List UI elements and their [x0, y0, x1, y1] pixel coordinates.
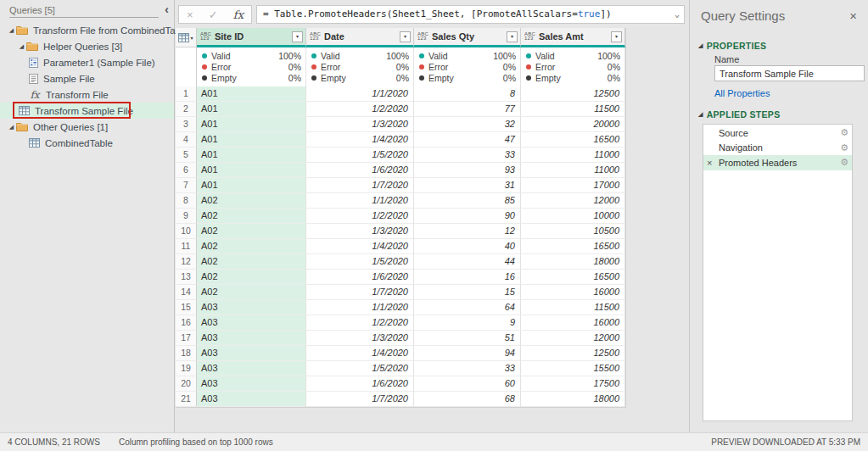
cell-sales-qty[interactable]: 9 [414, 315, 521, 331]
cell-site-id[interactable]: A03 [197, 376, 306, 392]
row-number[interactable]: 6 [176, 163, 197, 178]
row-number[interactable]: 15 [176, 300, 197, 315]
row-number[interactable]: 3 [176, 117, 197, 132]
cell-site-id[interactable]: A03 [197, 392, 306, 407]
cell-sales-qty[interactable]: 33 [414, 148, 521, 163]
cell-sales-amt[interactable]: 17500 [521, 376, 625, 392]
cell-date[interactable]: 1/6/2020 [306, 163, 414, 178]
cell-sales-amt[interactable]: 16500 [521, 270, 625, 285]
column-header-sales-qty[interactable]: ABC123 Sales Qty ▾ [414, 28, 521, 47]
row-number[interactable]: 1 [176, 86, 197, 102]
cell-sales-amt[interactable]: 15500 [521, 361, 625, 376]
profiling-info[interactable]: Column profiling based on top 1000 rows [119, 437, 273, 447]
cell-sales-qty[interactable]: 51 [414, 331, 521, 346]
tree-item-transform-file[interactable]: fx Transform File [0, 86, 174, 103]
cell-site-id[interactable]: A02 [197, 239, 306, 254]
column-header-site-id[interactable]: ABC123 Site ID ▾ [197, 28, 306, 47]
data-type-any-icon[interactable]: ABC123 [310, 32, 321, 42]
cell-date[interactable]: 1/3/2020 [306, 224, 414, 239]
cell-sales-qty[interactable]: 40 [414, 239, 521, 254]
cell-site-id[interactable]: A03 [197, 315, 306, 331]
cell-site-id[interactable]: A01 [197, 178, 306, 193]
row-number[interactable]: 5 [176, 148, 197, 163]
all-properties-link[interactable]: All Properties [714, 88, 770, 98]
row-number[interactable]: 18 [176, 346, 197, 361]
cell-sales-qty[interactable]: 47 [414, 132, 521, 148]
cell-sales-qty[interactable]: 15 [414, 285, 521, 300]
cell-date[interactable]: 1/3/2020 [306, 117, 414, 132]
row-number[interactable]: 12 [176, 254, 197, 270]
tree-item-helper-queries[interactable]: ◢ Helper Queries [3] [0, 38, 174, 54]
cell-site-id[interactable]: A02 [197, 209, 306, 224]
cell-site-id[interactable]: A02 [197, 254, 306, 270]
tree-item-sample-file[interactable]: Sample File [0, 70, 174, 86]
cell-site-id[interactable]: A01 [197, 86, 306, 102]
row-number[interactable]: 4 [176, 132, 197, 148]
gear-icon[interactable]: ⚙ [840, 128, 848, 137]
cell-sales-qty[interactable]: 32 [414, 117, 521, 132]
cell-sales-amt[interactable]: 16000 [521, 315, 625, 331]
formula-input[interactable]: = Table.PromoteHeaders(Sheet1_Sheet, [Pr… [256, 5, 685, 24]
data-type-any-icon[interactable]: ABC123 [417, 32, 428, 42]
row-number[interactable]: 16 [176, 315, 197, 331]
cell-sales-qty[interactable]: 90 [414, 209, 521, 224]
cell-sales-qty[interactable]: 16 [414, 270, 521, 285]
row-number[interactable]: 9 [176, 209, 197, 224]
cell-sales-qty[interactable]: 64 [414, 300, 521, 315]
cell-sales-amt[interactable]: 12500 [521, 346, 625, 361]
filter-dropdown-button[interactable]: ▾ [292, 31, 303, 42]
cell-site-id[interactable]: A01 [197, 148, 306, 163]
cell-site-id[interactable]: A02 [197, 224, 306, 239]
expanded-caret-icon[interactable]: ◢ [17, 43, 26, 50]
tree-item-parameter1[interactable]: Parameter1 (Sample File) [0, 54, 174, 70]
cell-date[interactable]: 1/7/2020 [306, 285, 414, 300]
data-type-any-icon[interactable]: ABC123 [524, 32, 535, 42]
cell-date[interactable]: 1/4/2020 [306, 132, 414, 148]
row-number[interactable]: 19 [176, 361, 197, 376]
cell-date[interactable]: 1/5/2020 [306, 254, 414, 270]
cell-sales-qty[interactable]: 60 [414, 376, 521, 392]
cell-sales-qty[interactable]: 31 [414, 178, 521, 193]
cell-sales-qty[interactable]: 77 [414, 102, 521, 117]
cell-date[interactable]: 1/2/2020 [306, 209, 414, 224]
cell-sales-amt[interactable]: 11500 [521, 102, 625, 117]
cell-site-id[interactable]: A03 [197, 361, 306, 376]
row-number[interactable]: 14 [176, 285, 197, 300]
delete-step-icon[interactable]: × [707, 158, 719, 168]
cell-sales-qty[interactable]: 44 [414, 254, 521, 270]
tree-item-other-queries[interactable]: ◢ Other Queries [1] [0, 119, 174, 135]
cell-site-id[interactable]: A01 [197, 163, 306, 178]
cell-site-id[interactable]: A03 [197, 346, 306, 361]
row-number[interactable]: 2 [176, 102, 197, 117]
row-number[interactable]: 13 [176, 270, 197, 285]
gear-icon[interactable]: ⚙ [840, 158, 848, 167]
cell-site-id[interactable]: A01 [197, 117, 306, 132]
row-number[interactable]: 11 [176, 239, 197, 254]
tree-item-combinedtable[interactable]: CombinedTable [0, 135, 174, 151]
gear-icon[interactable]: ⚙ [840, 143, 848, 153]
cell-sales-amt[interactable]: 16000 [521, 285, 625, 300]
step-promoted-headers[interactable]: × Promoted Headers ⚙ [703, 155, 852, 170]
cell-site-id[interactable]: A02 [197, 285, 306, 300]
cell-date[interactable]: 1/1/2020 [306, 193, 414, 209]
column-header-date[interactable]: ABC123 Date ▾ [306, 28, 414, 47]
cell-sales-amt[interactable]: 11000 [521, 148, 625, 163]
tree-item-transform-sample-file[interactable]: Transform Sample File [0, 103, 174, 119]
cell-sales-amt[interactable]: 12000 [521, 193, 625, 209]
filter-dropdown-button[interactable]: ▾ [507, 31, 518, 42]
cell-date[interactable]: 1/1/2020 [306, 86, 414, 102]
row-number[interactable]: 21 [176, 392, 197, 407]
cell-sales-amt[interactable]: 17000 [521, 178, 625, 193]
row-number[interactable]: 20 [176, 376, 197, 392]
cell-sales-qty[interactable]: 85 [414, 193, 521, 209]
cell-date[interactable]: 1/2/2020 [306, 102, 414, 117]
cell-site-id[interactable]: A03 [197, 331, 306, 346]
cell-sales-qty[interactable]: 94 [414, 346, 521, 361]
column-header-sales-amt[interactable]: ABC123 Sales Amt ▾ [521, 28, 625, 47]
row-number[interactable]: 7 [176, 178, 197, 193]
cell-sales-amt[interactable]: 18000 [521, 254, 625, 270]
cell-date[interactable]: 1/4/2020 [306, 346, 414, 361]
cell-date[interactable]: 1/5/2020 [306, 361, 414, 376]
close-icon[interactable]: × [849, 8, 857, 23]
filter-dropdown-button[interactable]: ▾ [400, 31, 411, 42]
